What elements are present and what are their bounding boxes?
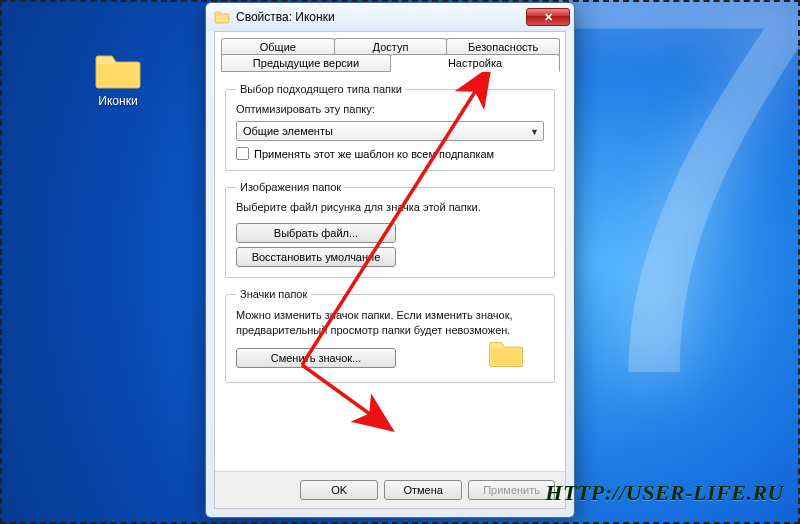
tab-strip: Общие Доступ Безопасность Предыдущие вер… (215, 38, 565, 72)
desktop-background: 7 Иконки Свойства: Иконки ✕ Общие Доступ (0, 0, 800, 524)
customize-tab-page: Выбор подходящего типа папки Оптимизиров… (215, 73, 565, 471)
tab-general[interactable]: Общие (221, 38, 335, 55)
apply-template-checkbox[interactable] (236, 147, 249, 160)
group-folder-icons: Значки папок Можно изменить значок папки… (225, 288, 555, 383)
apply-template-row[interactable]: Применять этот же шаблон ко всем подпапк… (236, 147, 544, 160)
optimize-label: Оптимизировать эту папку: (236, 103, 544, 115)
group-folder-type: Выбор подходящего типа папки Оптимизиров… (225, 83, 555, 171)
chevron-down-icon: ▼ (530, 125, 539, 140)
tab-customize[interactable]: Настройка (390, 54, 560, 72)
group-folder-icons-legend: Значки папок (236, 288, 311, 300)
dialog-titlebar[interactable]: Свойства: Иконки ✕ (206, 3, 574, 31)
properties-dialog: Свойства: Иконки ✕ Общие Доступ Безопасн… (205, 2, 575, 518)
close-icon: ✕ (544, 12, 553, 23)
ok-button[interactable]: OK (300, 480, 378, 500)
restore-default-button[interactable]: Восстановить умолчание (236, 247, 396, 267)
dialog-button-row: OK Отмена Применить (215, 471, 565, 508)
cancel-button[interactable]: Отмена (384, 480, 462, 500)
dialog-title: Свойства: Иконки (236, 10, 526, 24)
change-icon-button[interactable]: Сменить значок... (236, 348, 396, 368)
optimize-combobox-value: Общие элементы (243, 125, 333, 137)
folder-icon (214, 9, 230, 25)
group-folder-pictures-legend: Изображения папок (236, 181, 345, 193)
close-button[interactable]: ✕ (526, 8, 570, 26)
apply-template-label: Применять этот же шаблон ко всем подпапк… (254, 148, 494, 160)
apply-button[interactable]: Применить (468, 480, 555, 500)
dialog-client-area: Общие Доступ Безопасность Предыдущие вер… (214, 31, 566, 509)
folder-icons-help: Можно изменить значок папки. Если измени… (236, 308, 544, 338)
folder-pictures-help: Выберите файл рисунка для значка этой па… (236, 201, 544, 213)
folder-icon (94, 50, 142, 90)
group-folder-pictures: Изображения папок Выберите файл рисунка … (225, 181, 555, 278)
desktop-icon-label: Иконки (75, 94, 161, 108)
optimize-combobox[interactable]: Общие элементы ▼ (236, 121, 544, 141)
choose-file-button[interactable]: Выбрать файл... (236, 223, 396, 243)
tab-previous-versions[interactable]: Предыдущие версии (221, 54, 391, 72)
desktop-folder-icon[interactable]: Иконки (75, 50, 161, 108)
group-folder-type-legend: Выбор подходящего типа папки (236, 83, 406, 95)
watermark-text: HTTP://USER-LIFE.RU (545, 480, 784, 506)
tab-security[interactable]: Безопасность (446, 38, 560, 55)
folder-icon-preview (488, 338, 524, 368)
tab-sharing[interactable]: Доступ (334, 38, 448, 55)
